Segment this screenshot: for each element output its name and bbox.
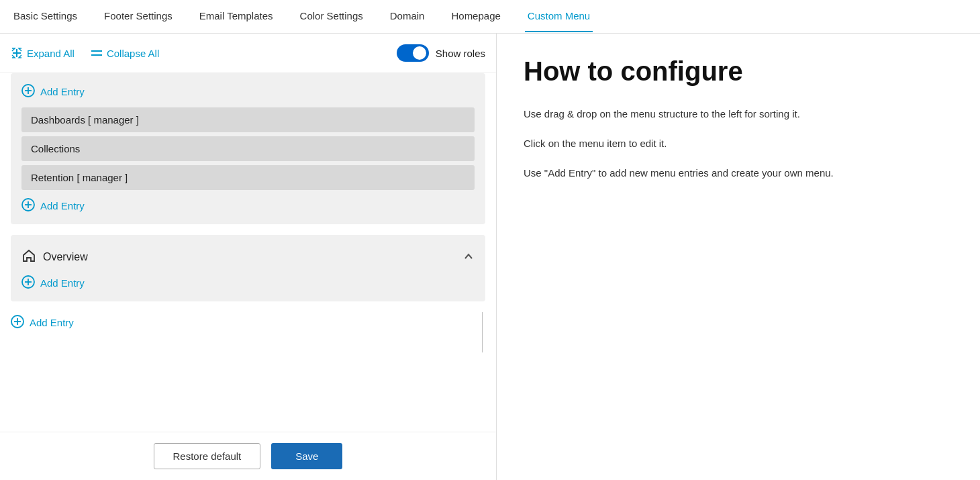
nav-basic-settings[interactable]: Basic Settings — [11, 1, 80, 32]
plus-circle-icon-2 — [21, 198, 35, 213]
menu-area: Add Entry Dashboards [ manager ] Collect… — [0, 73, 496, 432]
menu-section-1: Add Entry Dashboards [ manager ] Collect… — [11, 73, 485, 224]
show-roles-label: Show roles — [436, 48, 485, 59]
nav-custom-menu[interactable]: Custom Menu — [525, 1, 593, 32]
expand-all-label: Expand All — [27, 48, 75, 59]
help-line-1: Use drag & drop on the menu structure to… — [524, 106, 953, 122]
menu-section-overview: Overview — [11, 235, 485, 301]
expand-all-button[interactable]: Expand All — [11, 47, 75, 59]
right-panel: How to configure Use drag & drop on the … — [497, 34, 980, 480]
overview-section-header: Overview — [21, 243, 475, 269]
nav-domain[interactable]: Domain — [387, 1, 428, 32]
help-line-3: Use "Add Entry" to add new menu entries … — [524, 165, 953, 181]
vertical-divider — [482, 312, 483, 352]
nav-footer-settings[interactable]: Footer Settings — [101, 1, 175, 32]
add-entry-global-label: Add Entry — [30, 317, 74, 328]
restore-default-button[interactable]: Restore default — [154, 443, 261, 469]
plus-circle-icon-1 — [21, 84, 35, 99]
add-entry-top-button[interactable]: Add Entry — [21, 81, 475, 102]
nav-color-settings[interactable]: Color Settings — [297, 1, 366, 32]
show-roles-toggle[interactable] — [397, 44, 429, 62]
add-entry-bottom-label: Add Entry — [40, 200, 85, 211]
menu-entry-collections[interactable]: Collections — [21, 136, 475, 161]
plus-circle-icon-3 — [21, 275, 35, 291]
add-entry-top-label: Add Entry — [40, 86, 85, 97]
collapse-all-label: Collapse All — [107, 48, 159, 59]
help-title: How to configure — [524, 55, 953, 87]
add-entry-bottom-button[interactable]: Add Entry — [21, 195, 475, 216]
show-roles-toggle-container: Show roles — [397, 44, 485, 62]
add-entry-overview-label: Add Entry — [40, 277, 85, 289]
toolbar: Expand All Collapse All Show roles — [0, 34, 496, 73]
left-panel: Expand All Collapse All Show roles — [0, 34, 497, 480]
collapse-all-button[interactable]: Collapse All — [91, 48, 159, 59]
top-navigation: Basic Settings Footer Settings Email Tem… — [0, 0, 980, 34]
overview-label: Overview — [43, 251, 88, 263]
home-icon — [21, 248, 36, 266]
expand-icon — [11, 47, 23, 59]
add-entry-global-button[interactable]: Add Entry — [11, 312, 74, 333]
add-entry-overview-button[interactable]: Add Entry — [21, 273, 475, 293]
menu-entry-dashboards[interactable]: Dashboards [ manager ] — [21, 107, 475, 132]
bottom-action-bar: Restore default Save — [0, 432, 496, 480]
plus-circle-icon-4 — [11, 315, 24, 330]
toggle-slider — [397, 44, 429, 62]
main-layout: Expand All Collapse All Show roles — [0, 34, 980, 480]
nav-email-templates[interactable]: Email Templates — [197, 1, 276, 32]
help-body: Use drag & drop on the menu structure to… — [524, 106, 953, 181]
nav-homepage[interactable]: Homepage — [448, 1, 503, 32]
collapse-icon — [91, 50, 103, 56]
save-button[interactable]: Save — [271, 443, 342, 469]
chevron-up-icon[interactable] — [462, 250, 475, 265]
menu-entry-retention[interactable]: Retention [ manager ] — [21, 165, 475, 190]
global-add-entry-row: Add Entry — [11, 312, 485, 352]
help-line-2: Click on the menu item to edit it. — [524, 136, 953, 152]
overview-header-left: Overview — [21, 248, 88, 266]
